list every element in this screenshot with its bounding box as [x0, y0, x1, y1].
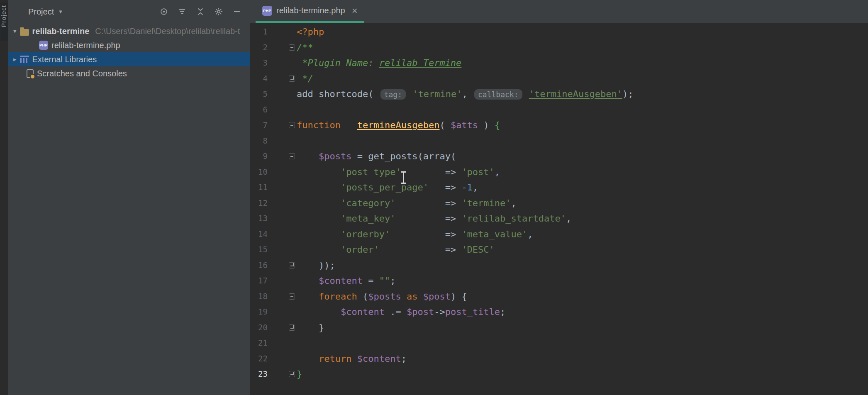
locate-file-icon[interactable] — [159, 7, 169, 17]
line-number[interactable]: 2 — [250, 40, 268, 56]
chevron-down-icon[interactable]: ▾ — [13, 27, 17, 35]
close-icon[interactable]: × — [352, 6, 358, 16]
code-text[interactable]: 'order' => 'DESC' — [292, 242, 495, 258]
code-token: return — [319, 354, 351, 364]
chevron-right-icon[interactable]: ▸ — [13, 56, 17, 63]
code-text[interactable]: return $content; — [292, 351, 407, 367]
code-text[interactable]: )); — [292, 258, 335, 273]
fold-open-icon[interactable] — [289, 293, 295, 300]
code-line[interactable]: 5add_shortcode( tag: 'termine', callback… — [250, 86, 868, 102]
code-text[interactable]: 'posts_per_page' => -1, — [292, 180, 478, 195]
code-line[interactable]: 4 */ — [250, 71, 868, 87]
line-number[interactable]: 15 — [250, 242, 268, 258]
code-text[interactable]: $content = ""; — [292, 273, 395, 289]
line-number[interactable]: 5 — [250, 86, 268, 102]
code-line[interactable]: 12 'category' => 'termine', — [250, 195, 868, 211]
tree-item-external-libraries[interactable]: ▸ External Libraries — [8, 52, 250, 66]
code-text[interactable]: 'meta_key' => 'relilab_startdate', — [292, 211, 571, 227]
collapse-all-icon[interactable] — [195, 7, 205, 17]
line-number[interactable]: 9 — [250, 149, 268, 164]
fold-open-icon[interactable] — [289, 122, 295, 128]
fold-end-icon[interactable] — [289, 262, 295, 268]
fold-end-icon[interactable] — [289, 76, 295, 82]
code-text[interactable]: add_shortcode( tag: 'termine', callback:… — [292, 86, 633, 102]
code-token: } — [297, 322, 324, 333]
code-text[interactable]: $posts = get_posts(array( — [292, 149, 456, 164]
code-token: ( — [357, 291, 368, 302]
tree-item-php-file[interactable]: PHP relilab-termine.php — [8, 38, 250, 52]
line-number[interactable]: 21 — [250, 335, 268, 351]
code-token: *Plugin Name: — [297, 58, 379, 68]
line-number[interactable]: 10 — [250, 164, 268, 180]
line-number[interactable]: 4 — [250, 71, 268, 87]
fold-end-icon[interactable] — [289, 371, 295, 377]
code-text[interactable]: } — [292, 320, 324, 336]
code-line[interactable]: 16 )); — [250, 258, 868, 273]
line-number[interactable]: 1 — [250, 24, 268, 40]
ide-window: Project Project ▾ — [0, 0, 868, 395]
fold-open-icon[interactable] — [289, 153, 295, 159]
code-line[interactable]: 21 — [250, 335, 868, 351]
code-line[interactable]: 17 $content = ""; — [250, 273, 868, 289]
code-text[interactable]: 'category' => 'termine', — [292, 195, 517, 211]
fold-end-icon[interactable] — [289, 324, 295, 331]
code-line[interactable]: 1<?php — [250, 24, 868, 40]
project-view-selector[interactable]: Project ▾ — [28, 7, 62, 17]
code-text[interactable]: function termineAusgeben( $atts ) { — [292, 117, 500, 133]
line-number[interactable]: 22 — [250, 351, 268, 367]
code-token: 'termine' — [461, 198, 511, 208]
code-line[interactable]: 11 'posts_per_page' => -1, — [250, 180, 868, 195]
line-number[interactable]: 19 — [250, 304, 268, 320]
code-line[interactable]: 2/** — [250, 40, 868, 56]
line-number[interactable]: 14 — [250, 227, 268, 242]
code-line[interactable]: 7function termineAusgeben( $atts ) { — [250, 117, 868, 133]
hide-panel-icon[interactable] — [232, 7, 242, 17]
line-number[interactable]: 16 — [250, 258, 268, 273]
code-text[interactable]: 'post_type' => 'post', — [292, 164, 500, 180]
tool-window-stripe: Project — [0, 0, 8, 395]
line-number[interactable]: 13 — [250, 211, 268, 227]
line-number[interactable]: 6 — [250, 102, 268, 118]
code-line[interactable]: 19 $content .= $post->post_title; — [250, 304, 868, 320]
line-number[interactable]: 7 — [250, 117, 268, 133]
code-token: => — [395, 198, 461, 208]
code-token — [297, 354, 319, 364]
tree-item-project-root[interactable]: ▾ relilab-termine C:\Users\Daniel\Deskto… — [8, 24, 250, 38]
line-number[interactable]: 8 — [250, 133, 268, 149]
code-line[interactable]: 22 return $content; — [250, 351, 868, 367]
code-line[interactable]: 10 'post_type' => 'post', — [250, 164, 868, 180]
code-line[interactable]: 13 'meta_key' => 'relilab_startdate', — [250, 211, 868, 227]
line-number[interactable]: 18 — [250, 289, 268, 305]
code-text[interactable]: foreach ($posts as $post) { — [292, 289, 467, 305]
code-editor[interactable]: 1<?php2/**3 *Plugin Name: relilab Termin… — [250, 23, 868, 395]
code-text[interactable]: <?php — [292, 24, 324, 40]
code-line[interactable]: 23} — [250, 366, 868, 382]
tree-item-scratches[interactable]: Scratches and Consoles — [8, 66, 250, 80]
editor-tab-active[interactable]: PHP relilab-termine.php × — [256, 0, 364, 23]
code-line[interactable]: 18 foreach ($posts as $post) { — [250, 289, 868, 305]
stripe-project-label[interactable]: Project — [0, 5, 8, 27]
code-line[interactable]: 8 — [250, 133, 868, 149]
line-number[interactable]: 3 — [250, 55, 268, 71]
code-text[interactable]: $content .= $post->post_title; — [292, 304, 505, 320]
code-token: , — [566, 213, 571, 224]
code-token: /** — [297, 42, 313, 53]
code-token: , — [495, 167, 500, 177]
fold-open-icon[interactable] — [289, 44, 295, 51]
code-text[interactable]: 'orderby' => 'meta_value', — [292, 227, 533, 242]
line-number[interactable]: 23 — [250, 366, 268, 382]
line-number[interactable]: 12 — [250, 195, 268, 211]
code-line[interactable]: 3 *Plugin Name: relilab Termine — [250, 55, 868, 71]
line-number[interactable]: 17 — [250, 273, 268, 289]
settings-gear-icon[interactable] — [214, 7, 224, 17]
code-line[interactable]: 14 'orderby' => 'meta_value', — [250, 227, 868, 242]
filter-icon[interactable] — [177, 7, 187, 17]
code-line[interactable]: 15 'order' => 'DESC' — [250, 242, 868, 258]
line-number[interactable]: 20 — [250, 320, 268, 336]
code-token: 'relilab_startdate' — [461, 213, 566, 224]
code-line[interactable]: 6 — [250, 102, 868, 118]
code-line[interactable]: 9 $posts = get_posts(array( — [250, 149, 868, 164]
code-line[interactable]: 20 } — [250, 320, 868, 336]
line-number[interactable]: 11 — [250, 180, 268, 195]
code-text[interactable]: *Plugin Name: relilab Termine — [292, 55, 461, 71]
